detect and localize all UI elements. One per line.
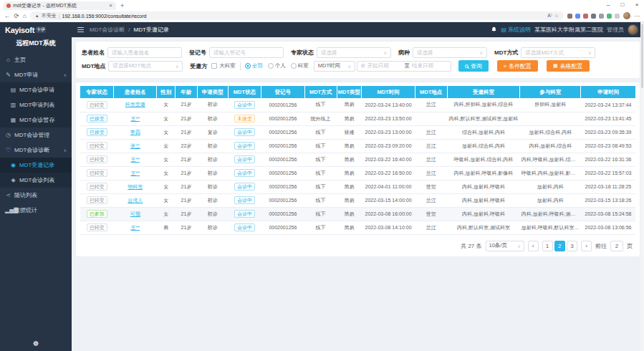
extension-icon[interactable] [591, 14, 596, 19]
field-label: 病种 [398, 49, 410, 57]
expert-status-tag: 已参加 [87, 210, 107, 218]
expert-status-select[interactable]: 请选择∨ [317, 47, 391, 58]
radio-all[interactable]: 全部 [245, 62, 263, 69]
radio-personal[interactable]: 个人 [268, 62, 286, 69]
condition-config-button[interactable]: ≡ 条件配置 [497, 60, 538, 72]
star-icon[interactable]: ☆ [554, 13, 559, 19]
close-button[interactable]: × [630, 0, 644, 10]
read-aloud-icon[interactable]: A⁾ [547, 13, 552, 19]
mdt-time-select[interactable]: MDT时间 ∨ [314, 61, 355, 72]
prev-page-button[interactable]: ‹ [528, 241, 539, 251]
table-cell: 0002001256 [261, 139, 304, 153]
reg-no-input[interactable]: 请输入登记号 [209, 47, 284, 58]
patient-name-link[interactable]: 可我 [130, 211, 140, 216]
sidebar-item-followup-list[interactable]: ≺随访列表 [0, 188, 72, 203]
column-header: 受邀科室 [447, 86, 520, 98]
expert-status-tag: 已接受 [87, 128, 107, 136]
table-cell: 初诊 [198, 98, 229, 112]
patient-name-link[interactable]: 王** [130, 116, 139, 121]
patient-name-input[interactable]: 请输入患者姓名 [107, 47, 182, 58]
patient-name-link[interactable]: 王** [130, 170, 139, 176]
sidebar-item-label: MDT申请 [14, 71, 61, 79]
radio-dept[interactable]: 科室 [291, 62, 309, 69]
page-button-1[interactable]: 1 [542, 241, 553, 251]
tab-title: mdt受邀记录 - 远程MDT系统 [13, 2, 107, 9]
jump-page-input[interactable] [610, 241, 623, 251]
expert-status-tag: 已转交 [87, 142, 107, 150]
table-cell: 内科,放射科,呼吸科 [447, 207, 520, 221]
divider: | [59, 14, 60, 19]
hamburger-icon[interactable] [77, 27, 84, 33]
table-cell: 女 [157, 98, 176, 112]
mdt-mode-select[interactable]: 请选择MDT方式∨ [521, 47, 595, 58]
sidebar-item-mdt-consult-list[interactable]: ◈MDT会诊列表 [0, 173, 72, 188]
tab-close-icon[interactable]: × [109, 3, 112, 9]
record-table-card: 专家状态患者姓名性别年龄申请类型MDT状态登记号MDT方式MDT类型MDT时间M… [76, 82, 640, 256]
page-size-select[interactable]: 10条/页 ∨ [486, 241, 524, 251]
search-panel: 患者姓名请输入患者姓名登记号请输入登记号专家状态请选择∨病种请选择∨MDT方式请… [76, 42, 640, 78]
extension-icon[interactable] [607, 14, 612, 19]
table-cell: 2022-03-23 09:20:00 [362, 139, 415, 153]
patient-name-link[interactable]: 王** [130, 225, 139, 230]
system-doc-link[interactable]: ▤ 系统说明 [501, 26, 531, 34]
user-avatar[interactable] [628, 24, 638, 35]
patient-name-link[interactable]: 台湾人 [128, 198, 143, 203]
minimize-button[interactable]: – [601, 0, 615, 10]
scrollbar[interactable] [640, 22, 644, 351]
maximize-button[interactable]: □ [615, 0, 630, 10]
patient-name-link[interactable]: 明科室 [128, 184, 143, 189]
extension-icon[interactable] [575, 14, 580, 19]
extension-icon[interactable] [583, 14, 588, 19]
settings-gear-icon[interactable]: ☸ [0, 340, 72, 347]
refresh-icon[interactable]: ⟳ [14, 13, 19, 19]
patient-name-link[interactable]: 科室受邀 [125, 102, 145, 107]
sidebar-item-mdt-consult-diagnosis[interactable]: ♡MDT会诊诊断∧ [0, 143, 72, 158]
patient-name-link[interactable]: 李四 [130, 130, 140, 135]
sidebar-item-mdt-consult-draft[interactable]: ▦MDT会诊暂存 [0, 112, 72, 128]
table-cell: 21岁 [176, 153, 198, 166]
search-button[interactable]: 查询 [458, 60, 489, 72]
disease-select[interactable]: 请选择∨ [413, 47, 487, 58]
column-header: MDT状态 [228, 86, 261, 98]
home-icon[interactable]: ⌂ [23, 13, 27, 19]
page-button-2[interactable]: 2 [554, 241, 565, 251]
mdt-location-select[interactable]: 请选择MDT地点 ∨ [108, 61, 183, 72]
date-range-input[interactable]: ⊞ 开始日期 至 结束日期 [357, 61, 451, 72]
table-cell [415, 112, 447, 125]
address-bar[interactable]: ▲ 不安全 | 192.168.0.156:9002/consultate/re… [30, 11, 564, 20]
browser-menu-icon[interactable]: ⋯ [634, 13, 640, 19]
browser-tab[interactable]: mdt受邀记录 - 远程MDT系统 × [3, 1, 116, 10]
extension-icon[interactable] [599, 14, 604, 19]
next-page-button[interactable]: › [581, 241, 592, 251]
sidebar-item-mdt-consult-manage[interactable]: ◷MDT会诊管理 [0, 128, 72, 143]
table-cell: 21岁 [176, 125, 198, 139]
table-cell: 女 [157, 125, 176, 139]
big-dept-checkbox[interactable] [211, 63, 217, 69]
expert-status-tag: 已转交 [87, 196, 107, 204]
page-button-3[interactable]: 3 [567, 241, 577, 251]
back-icon[interactable]: ← [4, 13, 11, 19]
bell-icon[interactable] [491, 27, 497, 33]
table-config-button[interactable]: ▦ 表格配置 [547, 60, 590, 72]
new-tab-button[interactable]: + [120, 1, 124, 10]
sidebar-item-home[interactable]: ⌂主页 [0, 52, 72, 67]
patient-name-link[interactable]: 张三 [130, 143, 140, 148]
mdt-status-tag: 会诊中 [234, 101, 255, 109]
table-cell: 世贸 [415, 207, 447, 221]
hospital-name: 某某医科大学附属第二医院 [534, 26, 603, 34]
table-cell: 21岁 [176, 98, 198, 112]
table-cell: 21岁 [176, 207, 198, 221]
column-header: 患者姓名 [114, 86, 157, 98]
patient-name-link[interactable]: 王** [130, 157, 139, 162]
extension-icon[interactable] [567, 14, 572, 19]
browser-profile-avatar[interactable] [623, 12, 630, 19]
sidebar-item-mdt-apply[interactable]: ✎MDT申请∧ [0, 67, 72, 82]
chevron-down-icon: ∨ [588, 50, 591, 55]
sidebar-item-label: 数据统计 [14, 206, 67, 214]
sidebar-item-mdt-invite-record[interactable]: ◉MDT受邀记录 [0, 158, 72, 173]
sidebar-item-mdt-consult-apply[interactable]: ▤MDT会诊申请 [0, 82, 72, 97]
sidebar-item-mdt-apply-list[interactable]: ▥MDT申请列表 [0, 97, 72, 112]
extension-icon[interactable] [615, 14, 620, 19]
sidebar-item-data-stats[interactable]: ▂▅▇数据统计 [0, 203, 72, 218]
placeholder-text: 请选择 [321, 49, 383, 57]
